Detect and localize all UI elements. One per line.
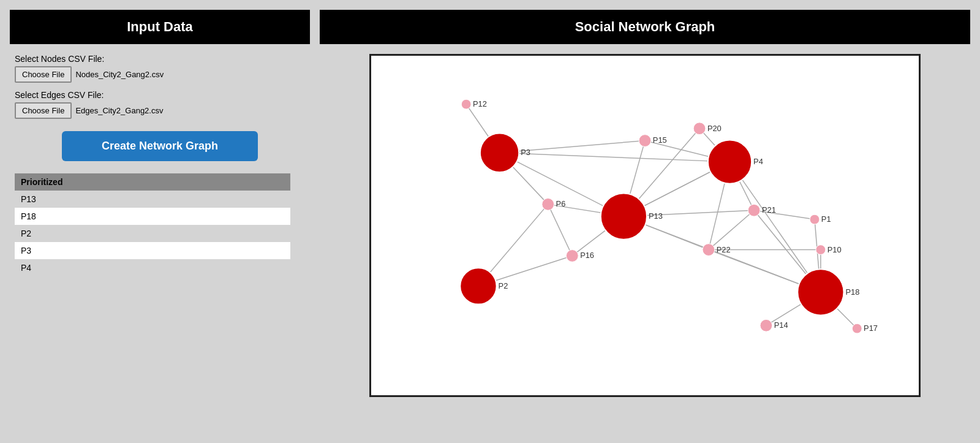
right-content: P12P3P15P20P4P6P13P21P16P22P2P1P10P18P14… xyxy=(320,44,970,433)
svg-point-11 xyxy=(810,214,820,224)
prioritized-list: P13P18P2P3P4 xyxy=(15,191,305,276)
list-item: P2 xyxy=(15,225,290,242)
graph-edge xyxy=(730,162,821,292)
graph-node[interactable]: P16 xyxy=(566,250,594,262)
svg-point-3 xyxy=(693,123,706,135)
graph-node[interactable]: P15 xyxy=(639,135,667,147)
graph-node-label: P13 xyxy=(649,211,663,221)
nodes-file-name: Nodes_City2_Gang2.csv xyxy=(75,70,164,79)
svg-point-5 xyxy=(542,198,554,210)
svg-point-10 xyxy=(460,268,496,304)
graph-node[interactable]: P2 xyxy=(460,268,508,304)
graph-container: P12P3P15P20P4P6P13P21P16P22P2P1P10P18P14… xyxy=(369,54,921,397)
svg-point-1 xyxy=(480,134,519,172)
svg-point-9 xyxy=(703,244,715,256)
left-content: Select Nodes CSV File: Choose File Nodes… xyxy=(10,44,310,286)
graph-node-label: P6 xyxy=(556,199,566,208)
graph-node-label: P1 xyxy=(821,214,831,224)
graph-node-label: P21 xyxy=(762,205,776,214)
graph-node[interactable]: P20 xyxy=(693,123,722,135)
list-item: P13 xyxy=(15,191,290,208)
right-panel-header: Social Network Graph xyxy=(320,10,970,44)
svg-point-0 xyxy=(461,99,471,109)
svg-point-15 xyxy=(852,324,862,333)
graph-node[interactable]: P17 xyxy=(852,324,878,333)
svg-point-7 xyxy=(748,204,760,216)
graph-edge xyxy=(500,153,730,162)
graph-node-label: P17 xyxy=(864,324,878,333)
svg-point-6 xyxy=(601,194,647,240)
graph-node[interactable]: P12 xyxy=(461,99,487,109)
prioritized-header: Prioritized xyxy=(15,173,290,191)
graph-node[interactable]: P10 xyxy=(816,245,842,255)
graph-node-label: P4 xyxy=(753,157,763,166)
svg-point-13 xyxy=(797,269,843,315)
graph-node[interactable]: P14 xyxy=(760,319,788,331)
prioritized-section: Prioritized P13P18P2P3P4 xyxy=(15,173,305,276)
graph-node-label: P3 xyxy=(521,148,530,157)
edges-file-input-row: Choose File Edges_City2_Gang2.csv xyxy=(15,102,305,119)
nodes-file-label: Select Nodes CSV File: xyxy=(15,54,305,64)
graph-node-label: P15 xyxy=(653,135,667,145)
edges-file-name: Edges_City2_Gang2.csv xyxy=(75,106,163,115)
nodes-choose-file-button[interactable]: Choose File xyxy=(15,66,72,83)
right-panel: Social Network Graph P12P3P15P20P4P6P13P… xyxy=(320,10,970,433)
graph-node[interactable]: P18 xyxy=(797,269,859,315)
graph-node[interactable]: P13 xyxy=(601,194,663,240)
graph-node-label: P14 xyxy=(774,320,788,330)
svg-point-14 xyxy=(760,319,772,331)
left-panel-header: Input Data xyxy=(10,10,310,44)
graph-node-label: P12 xyxy=(473,99,487,108)
graph-node[interactable]: P3 xyxy=(480,134,530,172)
edges-file-label: Select Edges CSV File: xyxy=(15,90,305,100)
graph-node[interactable]: P22 xyxy=(703,244,731,256)
graph-node-label: P10 xyxy=(827,245,842,254)
svg-point-4 xyxy=(708,140,752,184)
graph-svg: P12P3P15P20P4P6P13P21P16P22P2P1P10P18P14… xyxy=(371,56,919,395)
list-item: P18 xyxy=(15,208,290,225)
edges-choose-file-button[interactable]: Choose File xyxy=(15,102,72,119)
graph-node-label: P18 xyxy=(845,287,859,297)
graph-edge xyxy=(709,210,754,249)
nodes-file-section: Select Nodes CSV File: Choose File Nodes… xyxy=(15,54,305,83)
edges-file-section: Select Edges CSV File: Choose File Edges… xyxy=(15,90,305,119)
create-network-graph-button[interactable]: Create Network Graph xyxy=(62,131,258,161)
svg-point-12 xyxy=(816,245,826,255)
graph-node-label: P2 xyxy=(499,281,508,290)
list-item: P3 xyxy=(15,242,290,259)
graph-node-label: P16 xyxy=(580,251,594,260)
graph-node[interactable]: P21 xyxy=(748,204,776,216)
svg-point-2 xyxy=(639,135,651,147)
graph-node[interactable]: P1 xyxy=(810,214,831,224)
svg-point-8 xyxy=(566,250,578,262)
graph-node-label: P22 xyxy=(717,245,731,254)
nodes-file-input-row: Choose File Nodes_City2_Gang2.csv xyxy=(15,66,305,83)
list-item: P4 xyxy=(15,259,290,276)
graph-node-label: P20 xyxy=(707,124,722,133)
left-panel: Input Data Select Nodes CSV File: Choose… xyxy=(10,10,310,433)
graph-node[interactable]: P6 xyxy=(542,198,565,210)
graph-edge xyxy=(548,204,573,256)
graph-node[interactable]: P4 xyxy=(708,140,763,184)
